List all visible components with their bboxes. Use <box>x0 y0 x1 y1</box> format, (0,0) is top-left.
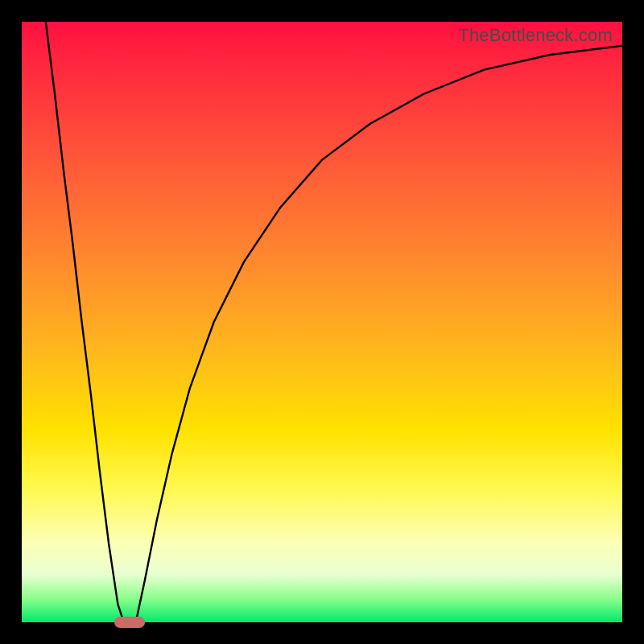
left-branch-line <box>46 22 124 622</box>
plot-area: TheBottleneck.com <box>22 22 622 622</box>
chart-frame: TheBottleneck.com <box>0 0 644 644</box>
bottleneck-marker <box>114 617 145 628</box>
curve-layer <box>22 22 622 622</box>
right-branch-line <box>136 46 622 622</box>
